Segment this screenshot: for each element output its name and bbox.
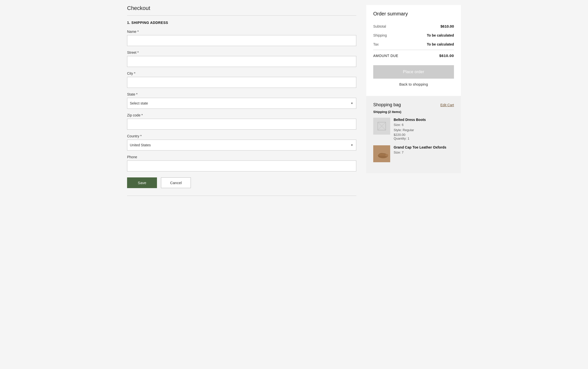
total-label: AMOUNT DUE (373, 54, 398, 58)
shipping-value: To be calculated (427, 33, 454, 37)
section-divider (127, 15, 356, 16)
city-group: City * (127, 71, 356, 88)
zip-group: Zip code * (127, 113, 356, 130)
name-group: Name * (127, 30, 356, 46)
cart-item-image-2 (373, 145, 390, 162)
subtotal-value: $610.00 (441, 24, 454, 28)
shopping-bag-box: Shopping bag Edit Cart Shipping (2 items… (366, 96, 461, 173)
svg-point-4 (385, 154, 388, 157)
state-label: State * (127, 92, 356, 96)
cart-item-image-1 (373, 118, 390, 135)
cart-item-2: Grand Cap Toe Leather Oxfords Size: 7 (373, 145, 454, 162)
bottom-divider (127, 196, 356, 196)
subtotal-row: Subtotal $610.00 (373, 22, 454, 31)
city-label: City * (127, 71, 356, 75)
subtotal-label: Subtotal (373, 24, 386, 28)
shipping-label: Shipping (373, 33, 387, 37)
cart-item-name-2: Grand Cap Toe Leather Oxfords (394, 145, 454, 149)
phone-label: Phone (127, 155, 356, 159)
shipping-items-label: Shipping (2 items) (373, 110, 454, 114)
shipping-row: Shipping To be calculated (373, 31, 454, 40)
shopping-bag-title: Shopping bag (373, 102, 401, 107)
name-label: Name * (127, 30, 356, 34)
phone-input[interactable] (127, 160, 356, 171)
street-input[interactable] (127, 56, 356, 67)
state-select[interactable]: Select stateAlabamaAlaskaArizonaArkansas… (127, 98, 356, 109)
edit-cart-button[interactable]: Edit Cart (441, 103, 454, 107)
main-content: Checkout 1. SHIPPING ADDRESS Name * Stre… (127, 5, 356, 364)
country-group: Country * United StatesCanadaUnited King… (127, 134, 356, 151)
state-group: State * Select stateAlabamaAlaskaArizona… (127, 92, 356, 109)
order-summary-title: Order summary (373, 11, 454, 17)
cart-item-style-1: Style: Regular (394, 128, 454, 133)
name-input[interactable] (127, 35, 356, 46)
street-group: Street * (127, 51, 356, 67)
shipping-address-heading: 1. SHIPPING ADDRESS (127, 21, 356, 25)
sidebar: Order summary Subtotal $610.00 Shipping … (366, 5, 461, 364)
country-select-wrapper: United StatesCanadaUnited KingdomAustral… (127, 140, 356, 151)
cart-item-name-1: Belted Dress Boots (394, 118, 454, 122)
page-title: Checkout (127, 5, 356, 11)
zip-input[interactable] (127, 119, 356, 130)
cart-item-size-2: Size: 7 (394, 150, 454, 155)
tax-row: Tax To be calculated (373, 40, 454, 49)
country-select[interactable]: United StatesCanadaUnited KingdomAustral… (127, 140, 356, 151)
save-button[interactable]: Save (127, 177, 157, 188)
page-wrapper: Checkout 1. SHIPPING ADDRESS Name * Stre… (120, 0, 468, 369)
shopping-bag-header: Shopping bag Edit Cart (373, 102, 454, 107)
order-summary-box: Order summary Subtotal $610.00 Shipping … (366, 5, 461, 96)
city-input[interactable] (127, 77, 356, 88)
back-to-shopping-button[interactable]: Back to shopping (373, 79, 454, 90)
zip-label: Zip code * (127, 113, 356, 117)
state-select-wrapper: Select stateAlabamaAlaskaArizonaArkansas… (127, 98, 356, 109)
cart-item-details-1: Belted Dress Boots Size: 6 Style: Regula… (394, 118, 454, 140)
cart-item-size-1: Size: 6 (394, 122, 454, 128)
tax-value: To be calculated (427, 42, 454, 46)
cart-item-details-2: Grand Cap Toe Leather Oxfords Size: 7 (394, 145, 454, 162)
cancel-button[interactable]: Cancel (161, 177, 191, 188)
cart-item-qty-1: Quantity: 1 (394, 137, 454, 140)
street-label: Street * (127, 51, 356, 54)
tax-label: Tax (373, 42, 379, 46)
cart-item-price-1: $220.00 (394, 133, 454, 137)
total-value: $610.00 (439, 53, 454, 58)
phone-group: Phone (127, 155, 356, 171)
place-order-button[interactable]: Place order (373, 65, 454, 79)
cart-item: Belted Dress Boots Size: 6 Style: Regula… (373, 118, 454, 140)
total-row: AMOUNT DUE $610.00 (373, 50, 454, 60)
form-buttons: Save Cancel (127, 177, 356, 188)
country-label: Country * (127, 134, 356, 138)
